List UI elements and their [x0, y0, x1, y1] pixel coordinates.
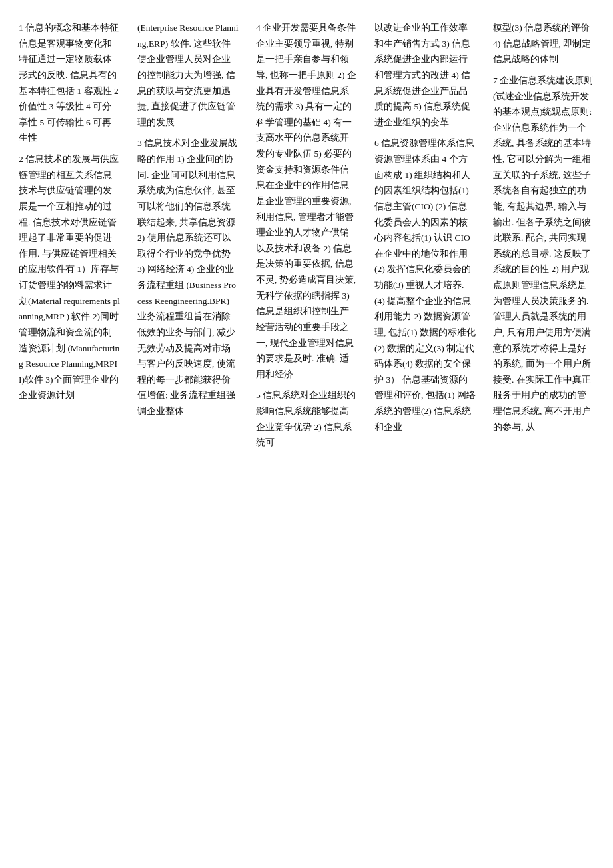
columns-wrapper: 1 信息的概念和基本特征信息是客观事物变化和特征通过一定物质载体形式的反映. 信… [13, 20, 600, 456]
column-1: 1 信息的概念和基本特征信息是客观事物变化和特征通过一定物质载体形式的反映. 信… [13, 20, 125, 456]
paragraph-col2-1: (Enterprise Resource Planning,ERP) 软件. 这… [137, 20, 239, 130]
paragraph-col1-2: 2 信息技术的发展与供应链管理的相互关系信息技术与供应链管理的发展是一个互相推动… [19, 151, 120, 403]
column-4: 以改进企业的工作效率和生产销售方式 3) 信息系统促进企业内部运行和管理方式的改… [369, 20, 481, 456]
column-2: (Enterprise Resource Planning,ERP) 软件. 这… [132, 20, 244, 456]
paragraph-col5-1: 模型(3) 信息系统的评价 4) 信息战略管理, 即制定信息战略的体制 [493, 20, 594, 67]
column-5: 模型(3) 信息系统的评价 4) 信息战略管理, 即制定信息战略的体制7 企业信… [488, 20, 600, 456]
paragraph-col4-1: 以改进企业的工作效率和生产销售方式 3) 信息系统促进企业内部运行和管理方式的改… [374, 20, 476, 130]
paragraph-col1-1: 1 信息的概念和基本特征信息是客观事物变化和特征通过一定物质载体形式的反映. 信… [19, 20, 120, 146]
page-container: 1 信息的概念和基本特征信息是客观事物变化和特征通过一定物质载体形式的反映. 信… [0, 0, 613, 868]
paragraph-col5-2: 7 企业信息系统建设原则(试述企业信息系统开发的基本观点)统观点原则: 企业信息… [493, 73, 594, 435]
paragraph-col3-1: 4 企业开发需要具备条件企业主要领导重视, 特别是一把手亲自参与和领导, 也称一… [256, 20, 357, 382]
column-3: 4 企业开发需要具备条件企业主要领导重视, 特别是一把手亲自参与和领导, 也称一… [251, 20, 362, 456]
paragraph-col4-2: 6 信息资源管理体系信息资源管理体系由 4 个方面构成 1) 组织结构和人的因素… [374, 135, 476, 435]
paragraph-col3-2: 5 信息系统对企业组织的影响信息系统能够提高企业竞争优势 2) 信息系统可 [256, 387, 357, 451]
paragraph-col2-2: 3 信息技术对企业发展战略的作用 1) 企业间的协同. 企业间可以利用信息系统成… [137, 135, 239, 419]
